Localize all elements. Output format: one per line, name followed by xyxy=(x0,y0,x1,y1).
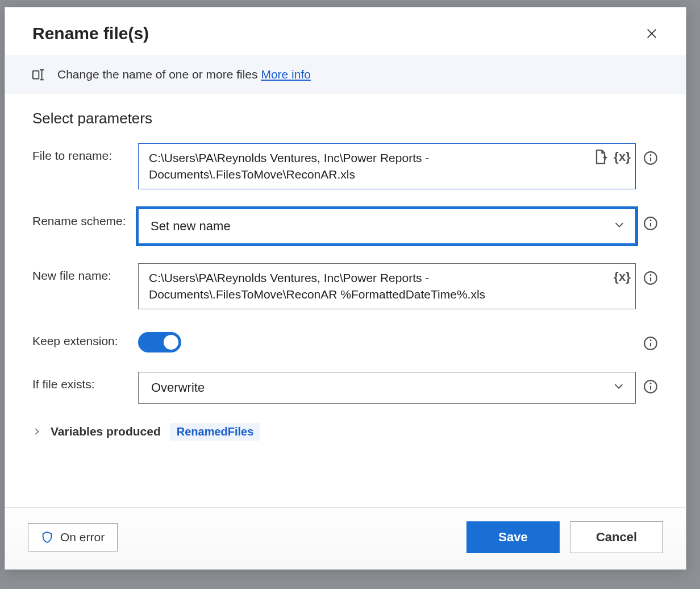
variables-produced-label: Variables produced xyxy=(51,425,161,438)
if-file-exists-select[interactable]: Overwrite xyxy=(138,372,636,404)
rename-scheme-value: Set new name xyxy=(151,219,231,234)
keep-extension-label: Keep extension: xyxy=(32,329,138,348)
rename-icon xyxy=(32,68,48,81)
shield-icon xyxy=(41,531,53,544)
if-file-exists-info-icon[interactable] xyxy=(643,379,659,395)
rename-scheme-info-icon[interactable] xyxy=(643,215,659,231)
variables-produced-row[interactable]: Variables produced RenamedFiles xyxy=(32,423,659,441)
new-file-name-input[interactable]: C:\Users\PA\Reynolds Ventures, Inc\Power… xyxy=(138,263,636,309)
info-bar: Change the name of one or more files Mor… xyxy=(5,55,686,94)
param-file-to-rename: File to rename: C:\Users\PA\Reynolds Ven… xyxy=(32,143,659,189)
svg-point-2 xyxy=(649,154,651,156)
svg-point-10 xyxy=(649,383,651,384)
save-button[interactable]: Save xyxy=(466,521,560,553)
on-error-label: On error xyxy=(60,530,105,544)
toggle-knob xyxy=(164,335,178,350)
close-button[interactable] xyxy=(640,22,663,45)
param-keep-extension: Keep extension: xyxy=(32,329,659,352)
dialog-title: Rename file(s) xyxy=(32,24,149,43)
file-to-rename-label: File to rename: xyxy=(32,143,138,163)
dialog-body: Select parameters File to rename: C:\Use… xyxy=(5,94,686,507)
chevron-down-icon xyxy=(613,218,626,234)
cancel-button[interactable]: Cancel xyxy=(570,521,663,553)
keep-extension-toggle[interactable] xyxy=(138,332,181,352)
rename-scheme-select[interactable]: Set new name xyxy=(138,209,636,244)
new-file-name-label: New file name: xyxy=(32,263,138,283)
chevron-down-icon xyxy=(612,380,625,396)
if-file-exists-value: Overwrite xyxy=(151,380,205,395)
on-error-button[interactable]: On error xyxy=(28,523,118,551)
new-file-name-info-icon[interactable] xyxy=(643,270,659,286)
more-info-link[interactable]: More info xyxy=(261,68,311,81)
svg-point-4 xyxy=(649,219,651,221)
svg-point-8 xyxy=(649,339,651,341)
dialog-header: Rename file(s) xyxy=(5,7,686,55)
info-description: Change the name of one or more files Mor… xyxy=(57,68,311,81)
keep-extension-info-icon[interactable] xyxy=(643,335,659,351)
variable-chip-renamedfiles[interactable]: RenamedFiles xyxy=(170,423,261,441)
variable-picker-icon[interactable]: {x} xyxy=(614,269,630,285)
file-to-rename-info-icon[interactable] xyxy=(643,150,659,166)
param-rename-scheme: Rename scheme: Set new name xyxy=(32,209,659,244)
svg-point-6 xyxy=(649,274,651,276)
svg-rect-0 xyxy=(33,70,39,78)
if-file-exists-label: If file exists: xyxy=(32,372,138,391)
close-icon xyxy=(645,27,658,40)
file-to-rename-input[interactable]: C:\Users\PA\Reynolds Ventures, Inc\Power… xyxy=(138,143,636,189)
param-new-file-name: New file name: C:\Users\PA\Reynolds Vent… xyxy=(32,263,659,309)
dialog-footer: On error Save Cancel xyxy=(5,507,686,569)
select-parameters-heading: Select parameters xyxy=(32,110,659,127)
rename-scheme-label: Rename scheme: xyxy=(32,209,138,228)
chevron-right-icon xyxy=(32,427,41,436)
param-if-file-exists: If file exists: Overwrite xyxy=(32,372,659,404)
rename-files-dialog: Rename file(s) Change the name of one or… xyxy=(5,7,686,570)
select-file-icon[interactable] xyxy=(593,149,609,165)
variable-picker-icon[interactable]: {x} xyxy=(614,149,630,165)
